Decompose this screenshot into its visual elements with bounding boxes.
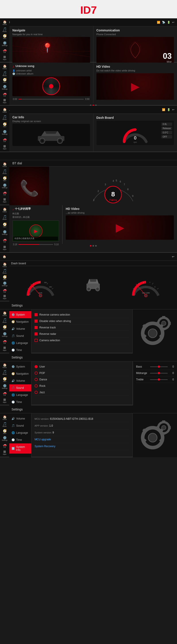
checkbox-camera-selection[interactable] — [34, 339, 38, 342]
sidebar2-music[interactable]: 🎵Music — [1, 71, 9, 77]
source-rock[interactable]: Rock — [34, 383, 130, 389]
midrange-slider[interactable]: Midrange 0 — [136, 370, 174, 376]
menu9-language[interactable]: 🌐 Language — [9, 429, 31, 436]
track-bar5[interactable] — [18, 244, 53, 245]
sidebar-home[interactable]: 🏠Home — [1, 20, 9, 26]
sidebar5-navi[interactable]: 🧭Navi — [1, 222, 9, 228]
menu8-time[interactable]: 🕐 Time — [9, 398, 31, 406]
menu8-volume[interactable]: 🔊 Volume — [9, 377, 31, 384]
sidebar6-car[interactable]: 🚗Car — [1, 288, 9, 293]
checkbox-disable-video[interactable] — [34, 320, 38, 323]
sidebar4-home[interactable]: 🏠Home — [1, 162, 9, 168]
checkbox-reverse-track[interactable] — [34, 326, 38, 329]
sidebar4-navi[interactable]: 🧭Navi — [1, 176, 9, 182]
sidebar9-car[interactable]: 🚗Car — [1, 442, 9, 448]
sidebar-car[interactable]: 🚗Car — [1, 48, 9, 54]
sidebar8-apps[interactable]: ⊞Apps — [1, 398, 9, 404]
video-area[interactable]: ▶ — [96, 73, 174, 100]
progress-bar5[interactable]: 3:18 5:10 — [12, 243, 59, 246]
menu8-system[interactable]: ⚙️ System — [9, 363, 31, 370]
sidebar3-apps[interactable]: ⊞Apps — [1, 144, 9, 150]
checkbox-reverse-camera[interactable] — [34, 313, 38, 316]
menu-sound[interactable]: 🎵 Sound — [9, 332, 31, 340]
radio-dance[interactable] — [34, 378, 38, 381]
sidebar6-home[interactable]: 🏠Home — [1, 262, 9, 268]
sidebar-navi[interactable]: 🧭Navi — [1, 34, 9, 40]
sidebar8-home[interactable]: 🏠Home — [1, 363, 9, 369]
sidebar2-settings[interactable]: ⚙️Settings — [1, 84, 9, 90]
sidebar-settings[interactable]: ⚙️Settings — [1, 41, 9, 47]
midrange-track[interactable] — [150, 373, 168, 374]
menu-volume[interactable]: 🔊 Volume — [9, 325, 31, 332]
sidebar5-settings[interactable]: ⚙️Settings — [1, 229, 9, 236]
sidebar4-apps[interactable]: ⊞Apps — [1, 197, 9, 203]
sidebar6-apps[interactable]: ⊞Apps — [1, 294, 9, 300]
sidebar9-music[interactable]: 🎵Music — [1, 422, 9, 428]
progress-bar[interactable]: 0:00 0:90 — [12, 98, 90, 100]
menu-language[interactable]: 🌐 Language — [9, 340, 31, 346]
sidebar7-apps[interactable]: ⊞Apps — [1, 346, 9, 352]
source-dance[interactable]: Dance — [34, 376, 130, 383]
menu8-navigation[interactable]: 🧭 Navigation — [9, 370, 31, 377]
sidebar8-settings[interactable]: ⚙️Settings — [1, 384, 9, 390]
bass-slider[interactable]: Bass 0 — [136, 364, 174, 370]
sidebar9-home[interactable]: 🏠Home — [1, 415, 9, 421]
source-jazz[interactable]: Jazz — [34, 389, 130, 396]
sidebar7-navi[interactable]: 🧭Navi — [1, 325, 9, 330]
sidebar4-music[interactable]: 🎵Music — [1, 168, 9, 175]
option-camera-selection[interactable]: Camera selection — [34, 337, 130, 344]
sidebar2-car[interactable]: 🚗Car — [1, 91, 9, 97]
sidebar8-navi[interactable]: 🧭Navi — [1, 376, 9, 382]
sidebar9-settings[interactable]: ⚙️Settings — [1, 436, 9, 442]
sidebar7-home[interactable]: 🏠Home — [1, 311, 9, 317]
sidebar2-home[interactable]: 🏠Home — [1, 64, 9, 70]
sidebar3-home[interactable]: 🏠Home — [1, 107, 9, 114]
track-bar[interactable] — [18, 99, 84, 100]
menu9-sound[interactable]: 🎵 Sound — [9, 422, 31, 429]
checkbox-reverse-radar[interactable] — [34, 332, 38, 336]
option-reverse-camera[interactable]: Reverse camera selection — [34, 312, 130, 318]
radio-user[interactable] — [34, 365, 38, 368]
option-reverse-track[interactable]: Reverse track — [34, 324, 130, 331]
option-disable-video[interactable]: Disable video when driving — [34, 318, 130, 324]
sidebar2-navi[interactable]: 🧭Navi — [1, 78, 9, 84]
sidebar5-music[interactable]: 🎵Music — [1, 214, 9, 221]
menu-time[interactable]: 🕐 Time — [9, 346, 31, 354]
sidebar4-car[interactable]: 🚗Car — [1, 190, 9, 196]
sidebar2-apps[interactable]: ⊞Apps — [1, 98, 9, 104]
sidebar3-navi[interactable]: 🧭Navi — [1, 122, 9, 128]
back-icon3[interactable]: ↩ — [172, 108, 174, 111]
source-user[interactable]: User — [34, 364, 130, 370]
sidebar7-car[interactable]: 🚗Car — [1, 338, 9, 344]
sysinfo-mcu-upgrade[interactable]: MCU upgrade — [34, 436, 130, 443]
video2-area[interactable]: ▶ — [66, 216, 174, 240]
menu8-sound[interactable]: 🎵 Sound — [9, 384, 31, 392]
menu9-volume[interactable]: 🔊 Volume — [9, 415, 31, 422]
sidebar6-music[interactable]: 🎵Music — [1, 268, 9, 274]
map-area[interactable]: 📍 — [12, 37, 90, 66]
menu8-language[interactable]: 🌐 Language — [9, 392, 31, 398]
sidebar6-navi[interactable]: 🧭Navi — [1, 275, 9, 280]
back-icon[interactable]: ↩ — [172, 21, 174, 24]
sidebar3-settings[interactable]: ⚙️Settings — [1, 129, 9, 136]
menu-navigation[interactable]: 🧭 Navigation — [9, 318, 31, 325]
radio-pop[interactable] — [34, 372, 38, 375]
sidebar4-settings[interactable]: ⚙️Settings — [1, 183, 9, 189]
sidebar7-settings[interactable]: ⚙️Settings — [1, 332, 9, 338]
sidebar3-car[interactable]: 🚗Car — [1, 136, 9, 143]
back-icon6[interactable]: ↩ — [172, 255, 174, 258]
menu9-sysinfo[interactable]: ℹ️ System Info — [9, 444, 31, 454]
sidebar5-apps[interactable]: ⊞Apps — [1, 244, 9, 251]
treble-track[interactable] — [150, 379, 168, 380]
treble-slider[interactable]: Treble 0 — [136, 376, 174, 383]
bass-track[interactable] — [150, 366, 168, 367]
sidebar5-home[interactable]: 🏠Home — [1, 206, 9, 213]
sidebar7-music[interactable]: 🎵Music — [1, 318, 9, 324]
sidebar9-navi[interactable]: 🧭Navi — [1, 428, 9, 434]
sidebar5-car[interactable]: 🚗Car — [1, 237, 9, 243]
radio-jazz[interactable] — [34, 391, 38, 394]
sidebar8-car[interactable]: 🚗Car — [1, 390, 9, 396]
source-pop[interactable]: POP — [34, 370, 130, 376]
menu9-time[interactable]: 🕐 Time — [9, 436, 31, 444]
menu-system[interactable]: ⚙️ System — [9, 311, 31, 318]
